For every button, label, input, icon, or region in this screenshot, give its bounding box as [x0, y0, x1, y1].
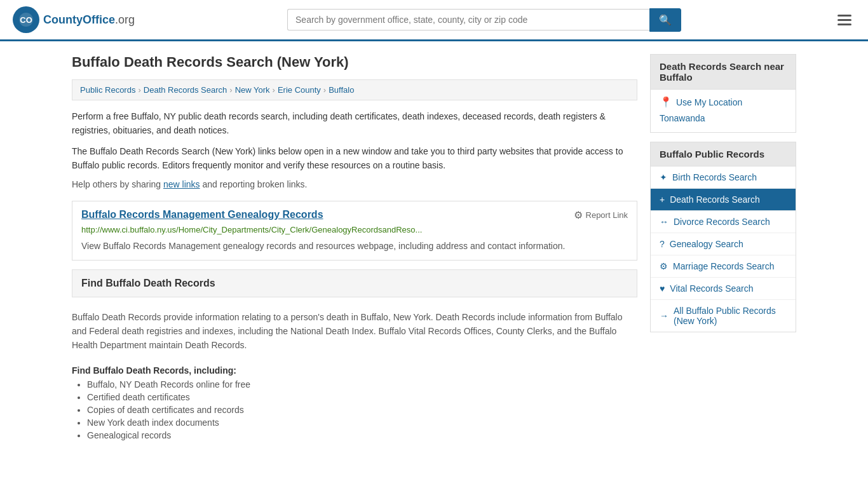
find-list: Buffalo, NY Death Records online for fre…	[72, 379, 637, 440]
record-description: View Buffalo Records Management genealog…	[72, 238, 637, 260]
main-container: Buffalo Death Records Search (New York) …	[59, 41, 809, 456]
breadcrumb-erie-county[interactable]: Erie County	[278, 85, 321, 95]
genealogy-icon: ?	[660, 239, 665, 249]
logo-name: CountyOffice	[43, 13, 115, 26]
find-body-text: Buffalo Death Records provide informatio…	[72, 304, 637, 359]
record-url: http://www.ci.buffalo.ny.us/Home/City_De…	[72, 224, 637, 238]
report-icon: ⚙	[574, 209, 583, 221]
vital-icon: ♥	[660, 283, 665, 294]
all-icon: →	[660, 311, 668, 321]
use-my-location-button[interactable]: 📍 Use My Location	[660, 96, 742, 108]
find-section-header: Find Buffalo Death Records	[72, 269, 637, 297]
page-title: Buffalo Death Records Search (New York)	[72, 54, 637, 71]
site-header: CO CountyOffice.org 🔍	[0, 0, 868, 41]
menu-line	[837, 24, 851, 25]
report-link[interactable]: ⚙ Report Link	[574, 209, 628, 221]
marriage-records-link[interactable]: ⚙ Marriage Records Search	[651, 255, 796, 277]
breadcrumb-sep: ›	[323, 85, 326, 95]
genealogy-link[interactable]: ? Genealogy Search	[651, 233, 796, 255]
search-button[interactable]: 🔍	[649, 8, 681, 32]
records-list-item-all: → All Buffalo Public Records (New York)	[651, 300, 796, 332]
description-1: Perform a free Buffalo, NY public death …	[72, 109, 637, 138]
help-text-before: Help others by sharing	[72, 179, 163, 189]
logo-icon: CO	[13, 6, 39, 33]
record-card: Buffalo Records Management Genealogy Rec…	[72, 201, 637, 261]
nearby-box: Death Records Search near Buffalo 📍 Use …	[650, 54, 796, 133]
death-records-link[interactable]: + Death Records Search	[651, 189, 796, 210]
report-label: Report Link	[586, 210, 628, 220]
nearby-body: 📍 Use My Location Tonawanda	[651, 90, 796, 132]
death-icon: +	[660, 194, 665, 205]
list-item: New York death index documents	[87, 417, 637, 428]
all-records-label: All Buffalo Public Records (New York)	[674, 306, 787, 326]
divorce-records-link[interactable]: ↔ Divorce Records Search	[651, 211, 796, 233]
breadcrumb-new-york[interactable]: New York	[235, 85, 270, 95]
all-records-link[interactable]: → All Buffalo Public Records (New York)	[651, 300, 796, 332]
records-list-item-birth: ✦ Birth Records Search	[651, 166, 796, 189]
breadcrumb-sep: ›	[138, 85, 140, 95]
hamburger-menu-button[interactable]	[834, 11, 855, 29]
birth-records-label: Birth Records Search	[672, 172, 757, 182]
vital-records-link[interactable]: ♥ Vital Records Search	[651, 278, 796, 299]
record-title: Buffalo Records Management Genealogy Rec…	[81, 209, 323, 220]
help-text: Help others by sharing new links and rep…	[72, 179, 637, 189]
genealogy-label: Genealogy Search	[670, 239, 743, 249]
use-my-location-label: Use My Location	[676, 97, 742, 107]
nearby-header: Death Records Search near Buffalo	[651, 55, 796, 90]
search-area: 🔍	[287, 8, 681, 32]
sidebar: Death Records Search near Buffalo 📍 Use …	[650, 54, 796, 443]
marriage-icon: ⚙	[660, 261, 668, 271]
records-list-item-marriage: ⚙ Marriage Records Search	[651, 255, 796, 278]
breadcrumb-buffalo[interactable]: Buffalo	[329, 85, 354, 95]
birth-records-link[interactable]: ✦ Birth Records Search	[651, 166, 796, 188]
marriage-records-label: Marriage Records Search	[673, 261, 775, 271]
location-pin-icon: 📍	[660, 96, 672, 108]
find-section-body: Buffalo Death Records provide informatio…	[72, 304, 637, 440]
records-list: ✦ Birth Records Search + Death Records S…	[651, 166, 796, 332]
public-records-header: Buffalo Public Records	[651, 142, 796, 166]
list-item: Certified death certificates	[87, 392, 637, 402]
search-input[interactable]	[287, 9, 649, 30]
menu-line	[837, 15, 851, 17]
records-list-item-divorce: ↔ Divorce Records Search	[651, 211, 796, 233]
new-links[interactable]: new links	[163, 179, 200, 189]
find-section-title: Find Buffalo Death Records	[81, 278, 628, 289]
breadcrumb-sep: ›	[273, 85, 275, 95]
help-text-after: and reporting broken links.	[200, 179, 308, 189]
birth-icon: ✦	[660, 172, 667, 182]
records-list-item-death: + Death Records Search	[651, 189, 796, 211]
logo-area: CO CountyOffice.org	[13, 6, 135, 33]
list-item: Buffalo, NY Death Records online for fre…	[87, 379, 637, 390]
description-2: The Buffalo Death Records Search (New Yo…	[72, 144, 637, 173]
records-list-item-genealogy: ? Genealogy Search	[651, 233, 796, 255]
breadcrumb-death-records-search[interactable]: Death Records Search	[144, 85, 227, 95]
records-list-item-vital: ♥ Vital Records Search	[651, 278, 796, 300]
main-content: Buffalo Death Records Search (New York) …	[72, 54, 637, 443]
death-records-label: Death Records Search	[670, 194, 760, 205]
logo-tld: .org	[115, 13, 135, 26]
find-list-label: Find Buffalo Death Records, including:	[72, 365, 637, 376]
public-records-box: Buffalo Public Records ✦ Birth Records S…	[650, 142, 796, 332]
list-item: Copies of death certificates and records	[87, 405, 637, 415]
menu-line	[837, 19, 851, 21]
divorce-records-label: Divorce Records Search	[674, 217, 770, 227]
list-item: Genealogical records	[87, 430, 637, 440]
logo-text: CountyOffice.org	[43, 13, 135, 27]
record-title-link[interactable]: Buffalo Records Management Genealogy Rec…	[81, 209, 323, 220]
divorce-icon: ↔	[660, 217, 668, 227]
vital-records-label: Vital Records Search	[670, 283, 753, 294]
svg-text:CO: CO	[20, 15, 32, 25]
breadcrumb-sep: ›	[229, 85, 232, 95]
breadcrumb: Public Records › Death Records Search › …	[72, 79, 637, 100]
tonawanda-link[interactable]: Tonawanda	[660, 113, 787, 123]
record-card-header: Buffalo Records Management Genealogy Rec…	[72, 201, 637, 224]
breadcrumb-public-records[interactable]: Public Records	[80, 85, 135, 95]
